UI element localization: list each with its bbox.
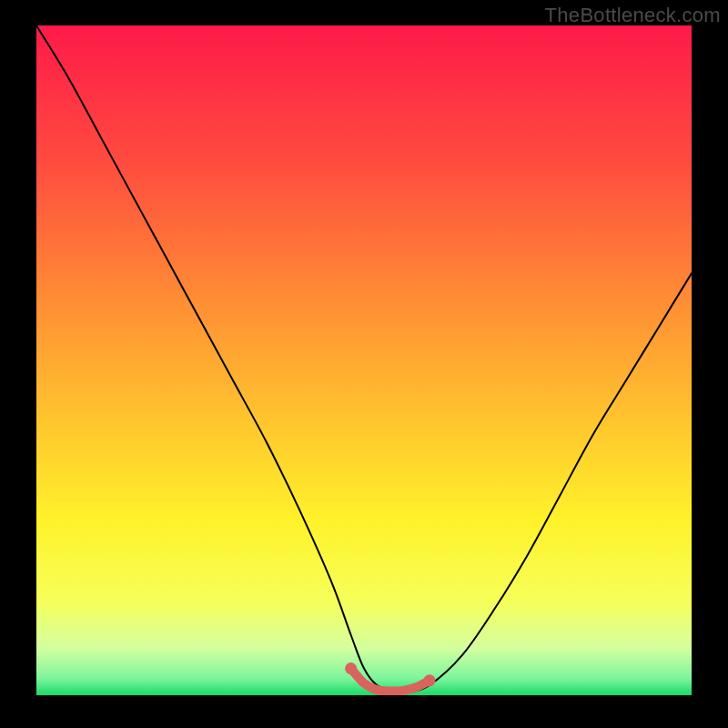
chart-frame: TheBottleneck.com [0, 0, 728, 728]
highlight-dot-1 [424, 674, 436, 686]
watermark-text: TheBottleneck.com [545, 4, 721, 27]
plot-area [36, 25, 692, 695]
chart-svg [36, 25, 692, 695]
highlight-dot-0 [345, 662, 357, 674]
gradient-background [36, 25, 692, 695]
